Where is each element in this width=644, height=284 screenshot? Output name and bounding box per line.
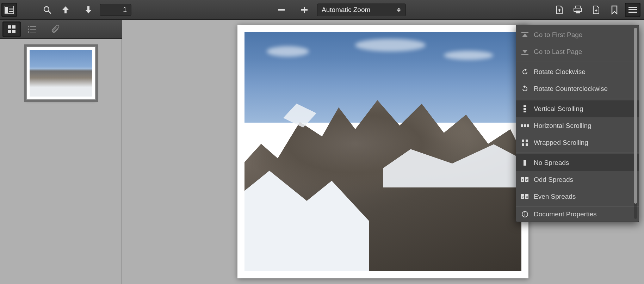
menu-last-page[interactable]: Go to Last Page (516, 43, 639, 60)
scroll-horizontal-icon (521, 122, 529, 130)
go-last-icon (521, 48, 529, 56)
svg-rect-51 (525, 212, 525, 213)
menu-item-label: Horizontal Scrolling (534, 122, 592, 130)
plus-icon (301, 6, 308, 14)
file-upload-icon (556, 5, 563, 14)
menu-item-label: Wrapped Scrolling (534, 139, 588, 147)
svg-rect-32 (524, 111, 526, 112)
svg-rect-35 (527, 124, 529, 127)
svg-marker-28 (522, 50, 528, 53)
svg-rect-38 (522, 143, 524, 146)
svg-text:1: 1 (522, 178, 524, 182)
menu-separator (516, 99, 639, 99)
svg-point-22 (28, 29, 29, 30)
spread-none-icon (521, 159, 529, 167)
arrow-up-icon (62, 6, 69, 14)
svg-point-24 (28, 31, 29, 33)
scrollbar-thumb[interactable] (634, 28, 637, 204)
page-number-input[interactable] (100, 4, 131, 16)
zoom-select[interactable]: Automatic Zoom (317, 4, 406, 16)
zoom-in-button[interactable] (297, 3, 312, 17)
spread-odd-icon: 1 2 (521, 176, 529, 184)
svg-rect-15 (628, 12, 637, 13)
find-button[interactable] (39, 3, 55, 17)
thumbnails-view-button[interactable] (2, 21, 21, 37)
scroll-vertical-icon (521, 105, 529, 113)
info-icon (521, 210, 529, 218)
menu-item-label: Document Properties (534, 210, 596, 218)
menu-rotate-ccw[interactable]: Rotate Counterclockwise (516, 80, 639, 97)
svg-rect-9 (304, 7, 305, 13)
menu-scroll-horizontal[interactable]: Horizontal Scrolling (516, 117, 639, 134)
svg-rect-31 (524, 108, 526, 110)
svg-rect-29 (521, 54, 528, 55)
open-file-button[interactable] (552, 3, 567, 17)
menu-item-label: Go to Last Page (534, 48, 582, 56)
menu-spread-none[interactable]: No Spreads (516, 154, 639, 171)
svg-rect-1 (5, 7, 8, 13)
outline-view-button[interactable] (23, 21, 41, 37)
scroll-wrapped-icon (521, 139, 529, 147)
svg-rect-50 (525, 214, 525, 216)
svg-rect-16 (8, 25, 11, 29)
sidebar-icon (5, 6, 14, 14)
menu-scrollbar[interactable] (634, 28, 637, 219)
rotate-ccw-icon (521, 85, 529, 93)
printer-icon (573, 6, 582, 14)
menu-separator (516, 206, 639, 207)
toggle-sidebar-button[interactable] (1, 3, 17, 17)
rotate-cw-icon (521, 68, 529, 76)
menu-doc-properties[interactable]: Document Properties (516, 208, 639, 220)
separator (293, 5, 293, 15)
menu-item-label: Rotate Counterclockwise (534, 85, 608, 93)
svg-rect-26 (521, 32, 528, 33)
svg-rect-25 (30, 32, 36, 32)
go-first-icon (521, 31, 529, 39)
page-thumbnail-1[interactable] (26, 47, 96, 100)
svg-rect-13 (628, 7, 637, 8)
hamburger-icon (628, 6, 637, 13)
bookmark-button[interactable] (607, 3, 622, 17)
zoom-out-button[interactable] (274, 3, 289, 17)
svg-text:2: 2 (526, 178, 528, 182)
svg-rect-39 (526, 143, 528, 146)
svg-rect-12 (576, 11, 580, 13)
next-page-button[interactable] (81, 3, 96, 17)
svg-rect-7 (278, 9, 285, 11)
svg-rect-33 (521, 124, 523, 127)
tools-dropdown-menu: Go to First Page Go to Last Page Rotate … (516, 25, 639, 222)
download-button[interactable] (588, 3, 604, 17)
svg-rect-17 (12, 25, 16, 29)
menu-first-page[interactable]: Go to First Page (516, 26, 639, 43)
menu-separator (516, 62, 639, 62)
bookmark-icon (611, 5, 618, 14)
menu-item-label: Even Spreads (534, 193, 576, 200)
menu-rotate-cw[interactable]: Rotate Clockwise (516, 63, 639, 80)
thumbnail-image (30, 50, 92, 97)
svg-point-20 (28, 26, 29, 27)
menu-separator (516, 153, 639, 153)
tools-menu-button[interactable] (625, 3, 640, 17)
select-caret-icon (395, 4, 403, 16)
svg-rect-19 (12, 30, 16, 33)
svg-rect-37 (526, 140, 528, 142)
svg-rect-18 (8, 30, 11, 33)
menu-spread-odd[interactable]: 1 2 Odd Spreads (516, 171, 639, 188)
menu-item-label: Vertical Scrolling (534, 105, 583, 113)
svg-rect-30 (524, 105, 526, 107)
menu-spread-even[interactable]: 2 3 Even Spreads (516, 188, 639, 205)
grid-icon (7, 25, 16, 33)
svg-rect-36 (522, 140, 524, 142)
print-button[interactable] (570, 3, 586, 17)
arrow-down-icon (85, 6, 92, 14)
svg-rect-23 (30, 29, 36, 30)
separator (44, 24, 44, 35)
menu-scroll-vertical[interactable]: Vertical Scrolling (516, 100, 639, 117)
attachments-view-button[interactable] (47, 21, 65, 37)
svg-text:2: 2 (522, 195, 524, 199)
main-toolbar: Automatic Zoom (0, 0, 644, 20)
page-content-image (244, 32, 521, 271)
previous-page-button[interactable] (58, 3, 73, 17)
svg-rect-21 (30, 26, 36, 27)
menu-scroll-wrapped[interactable]: Wrapped Scrolling (516, 134, 639, 151)
